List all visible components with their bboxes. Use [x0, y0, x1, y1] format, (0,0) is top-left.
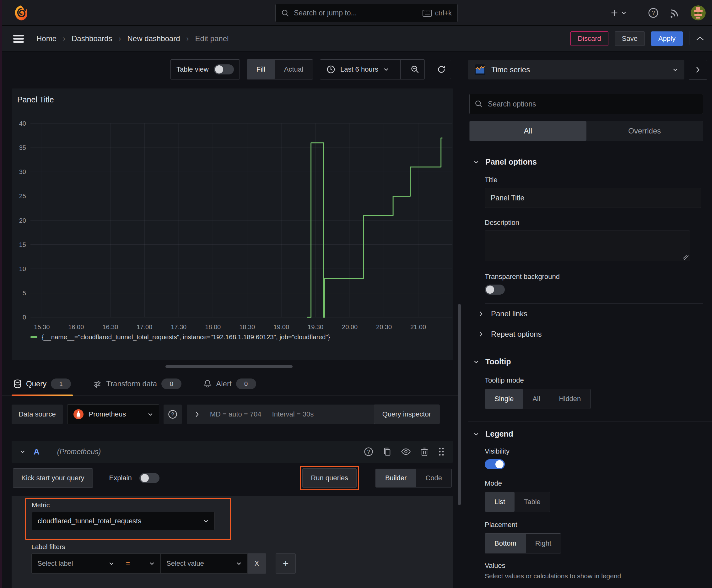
run-queries-button[interactable]: Run queries [302, 468, 357, 488]
tooltip-mode-switch: Single All Hidden [485, 389, 590, 409]
svg-text:30: 30 [19, 168, 26, 175]
svg-text:16:00: 16:00 [68, 323, 84, 331]
legend-header[interactable]: Legend [473, 429, 712, 439]
code-option[interactable]: Code [416, 469, 451, 487]
collapse-editor-button[interactable] [696, 36, 705, 41]
new-menu-button[interactable] [610, 8, 626, 17]
chevron-down-icon [621, 11, 626, 15]
svg-text:25: 25 [19, 192, 26, 200]
query-row-header[interactable]: A (Prometheus) ? [12, 441, 453, 463]
panel-title[interactable]: Panel Title [17, 95, 54, 104]
news-button[interactable] [669, 7, 680, 18]
svg-text:0: 0 [23, 314, 26, 321]
breadcrumb-dashboards[interactable]: Dashboards [71, 34, 112, 43]
legend-visibility-toggle[interactable] [485, 459, 505, 469]
transform-icon [93, 379, 102, 388]
trash-icon[interactable] [420, 447, 429, 456]
tab-overrides[interactable]: Overrides [586, 121, 703, 141]
save-button[interactable]: Save [615, 31, 645, 46]
top-bar: Search or jump to... ctrl+k ? [0, 0, 712, 26]
menu-toggle-button[interactable] [13, 34, 24, 43]
help-button[interactable]: ? [648, 7, 659, 18]
apply-button[interactable]: Apply [651, 31, 683, 46]
actual-option[interactable]: Actual [275, 60, 313, 79]
bell-icon [203, 379, 212, 388]
collapse-options-button[interactable] [689, 60, 707, 80]
drag-handle-icon[interactable] [438, 447, 445, 456]
panel-title-input[interactable]: Panel Title [485, 188, 701, 208]
grafana-logo-icon[interactable] [13, 5, 29, 21]
breadcrumb-separator: › [63, 34, 65, 43]
datasource-help-button[interactable]: ? [164, 404, 182, 424]
builder-code-switch: Builder Code [375, 469, 452, 487]
legend-series-label[interactable]: {__name__="cloudflared_tunnel_total_requ… [42, 333, 330, 341]
explain-control: Explain [109, 473, 159, 483]
tooltip-header[interactable]: Tooltip [473, 357, 712, 366]
svg-text:17:30: 17:30 [171, 323, 187, 331]
chevron-down-icon [473, 432, 479, 436]
datasource-picker[interactable]: Prometheus [67, 404, 159, 424]
chevron-down-icon [236, 562, 242, 565]
tab-query[interactable]: Query 1 [12, 372, 73, 396]
explain-toggle[interactable] [139, 473, 159, 483]
time-range-picker[interactable]: Last 6 hours [320, 65, 395, 74]
tab-alert[interactable]: Alert 0 [201, 372, 258, 396]
svg-text:20: 20 [19, 217, 26, 224]
fill-actual-switch: Fill Actual [247, 59, 313, 80]
global-search-input[interactable]: Search or jump to... ctrl+k [275, 4, 458, 22]
options-search-input[interactable]: Search options [469, 94, 703, 114]
query-inspector-button[interactable]: Query inspector [374, 404, 439, 424]
label-filter-label-select[interactable]: Select label [31, 553, 120, 573]
kick-start-button[interactable]: Kick start your query [13, 468, 93, 488]
legend-placement-bottom[interactable]: Bottom [485, 534, 526, 553]
label-filter-operator-select[interactable]: = [120, 553, 161, 573]
panel-preview[interactable]: Panel Title 051015202530354015:3016:0016… [12, 89, 453, 360]
time-series-chart[interactable]: 051015202530354015:3016:0016:3017:0017:3… [12, 117, 453, 336]
label-filter-value-select[interactable]: Select value [161, 553, 248, 573]
left-pane-scrollbar[interactable] [458, 51, 461, 588]
tooltip-mode-single[interactable]: Single [485, 389, 523, 408]
breadcrumb-new-dashboard[interactable]: New dashboard [127, 34, 180, 43]
metric-select[interactable]: cloudflared_tunnel_total_requests [32, 512, 215, 530]
duplicate-icon[interactable] [383, 447, 391, 456]
repeat-options-section[interactable]: Repeat options [479, 324, 712, 344]
fill-option[interactable]: Fill [247, 60, 275, 79]
tab-transform-data[interactable]: Transform data 0 [91, 372, 184, 396]
legend-mode-list[interactable]: List [485, 492, 515, 512]
discard-button[interactable]: Discard [570, 31, 608, 46]
query-options-interval: Interval = 30s [272, 410, 314, 418]
chart-legend[interactable]: {__name__="cloudflared_tunnel_total_requ… [30, 333, 330, 341]
tooltip-mode-all[interactable]: All [523, 389, 549, 408]
legend-placement-right[interactable]: Right [526, 534, 561, 553]
refresh-button[interactable] [432, 60, 451, 79]
tab-all[interactable]: All [470, 121, 586, 141]
tab-query-label: Query [26, 379, 46, 388]
title-label: Title [485, 176, 712, 184]
hide-response-eye-icon[interactable] [401, 447, 411, 456]
breadcrumb-home[interactable]: Home [37, 34, 57, 43]
panel-description-input[interactable] [485, 231, 690, 261]
chevron-right-icon[interactable] [195, 411, 199, 417]
scrollbar-thumb[interactable] [458, 304, 461, 505]
svg-text:19:00: 19:00 [274, 323, 289, 331]
user-avatar[interactable] [691, 5, 706, 20]
editor-resize-handle[interactable] [166, 365, 293, 368]
tooltip-mode-hidden[interactable]: Hidden [550, 389, 590, 408]
chevron-down-icon [109, 562, 114, 565]
time-range-label: Last 6 hours [340, 65, 378, 74]
topbar-divider [637, 0, 637, 13]
search-icon [475, 100, 483, 108]
table-view-toggle[interactable] [214, 64, 234, 75]
panel-options-header[interactable]: Panel options [473, 158, 712, 166]
add-filter-button[interactable]: + [276, 553, 296, 573]
help-icon[interactable]: ? [364, 447, 373, 456]
zoom-out-time-button[interactable] [406, 60, 425, 79]
resize-grip-icon[interactable] [684, 255, 688, 260]
transparent-background-toggle[interactable] [485, 285, 505, 295]
builder-option[interactable]: Builder [376, 469, 416, 487]
visualization-picker[interactable]: Time series [468, 60, 684, 80]
legend-mode-table[interactable]: Table [515, 492, 550, 512]
panel-links-section[interactable]: Panel links [479, 304, 712, 324]
remove-filter-button[interactable]: X [248, 553, 266, 573]
svg-text:15: 15 [19, 241, 26, 248]
